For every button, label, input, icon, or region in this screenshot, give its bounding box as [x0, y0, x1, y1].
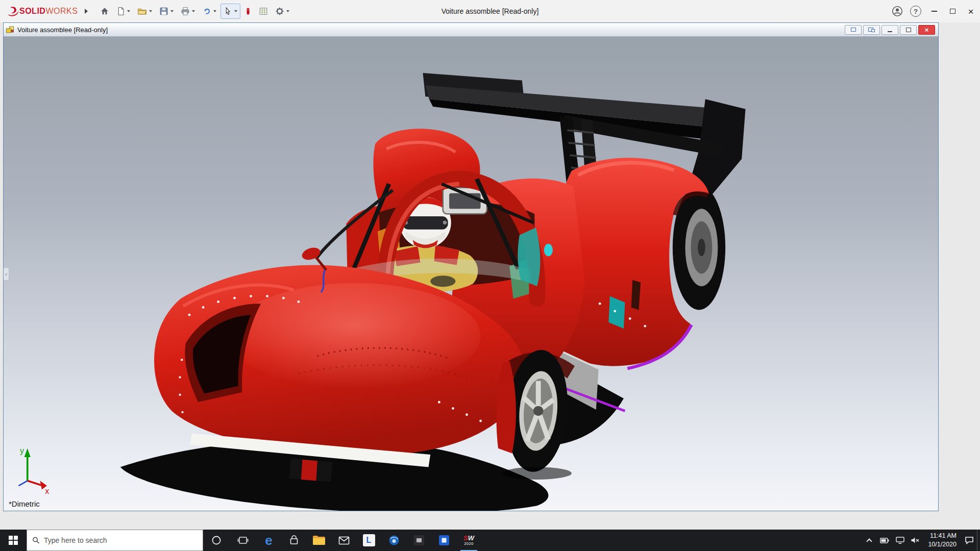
doc-close-button[interactable]: × — [918, 25, 935, 35]
taskbar-clock[interactable]: 11:41 AM 10/1/2020 — [923, 532, 962, 549]
document-window: Voiture assomblee [Read-only] × — [3, 22, 939, 511]
window-controls: ? × — [888, 0, 980, 22]
doc-restore-button[interactable] — [900, 25, 917, 35]
doc-float-window-button[interactable] — [845, 25, 862, 35]
dark-app-icon — [413, 535, 425, 546]
taskbar-app-solidworks[interactable]: SW 2020 — [456, 530, 481, 551]
brand-text-works: WORKS — [45, 7, 78, 16]
search-icon — [32, 536, 40, 544]
network-display-icon — [896, 537, 904, 544]
taskbar-app-file-explorer[interactable] — [306, 530, 331, 551]
solidworks-2020-icon: SW 2020 — [463, 535, 474, 546]
ds-logo-icon — [6, 6, 19, 16]
document-window-buttons: × — [845, 25, 935, 35]
design-table-button[interactable] — [256, 4, 271, 19]
print-button[interactable] — [178, 4, 198, 19]
system-tray: 11:41 AM 10/1/2020 — [862, 530, 980, 551]
taskbar-app-mail[interactable] — [331, 530, 356, 551]
show-desktop-button[interactable] — [977, 530, 980, 551]
tray-overflow-button[interactable] — [862, 530, 877, 551]
account-button[interactable] — [888, 0, 906, 22]
doc-minimize-icon — [888, 31, 892, 32]
front-wheel[interactable] — [497, 347, 575, 480]
folder-icon — [313, 536, 325, 545]
taskbar-app-blue[interactable] — [431, 530, 456, 551]
taskbar-app-composer[interactable] — [381, 530, 406, 551]
open-document-button[interactable] — [134, 4, 155, 19]
user-account-icon — [892, 6, 903, 17]
teal-windscreen-panel[interactable] — [518, 228, 540, 286]
taskbar-app-l[interactable]: L — [356, 530, 381, 551]
cortana-button[interactable] — [203, 530, 230, 551]
view-orientation-label: *Dimetric — [9, 499, 40, 508]
solidworks-brand: SOLIDWORKS — [6, 6, 88, 16]
start-button[interactable] — [0, 530, 27, 551]
quick-access-toolbar — [97, 4, 292, 19]
tile-windows-icon-2 — [871, 29, 875, 32]
assembly-document-icon — [6, 26, 14, 34]
save-icon — [159, 7, 168, 16]
splitter-post — [301, 460, 317, 481]
doc-minimize-button[interactable] — [881, 25, 898, 35]
store-bag-icon — [289, 535, 299, 545]
x-axis-label: x — [45, 487, 49, 495]
feature-tree-collapse-tab[interactable]: ‹ — [4, 267, 9, 281]
brand-flyout-arrow-icon[interactable] — [85, 9, 88, 14]
doc-tile-windows-button[interactable] — [863, 25, 880, 35]
orientation-triad: x y — [19, 446, 50, 495]
close-button[interactable]: × — [962, 0, 980, 22]
taskbar-app-dark[interactable] — [406, 530, 431, 551]
maximize-button[interactable] — [943, 0, 962, 22]
y-axis-label: y — [20, 446, 24, 455]
doc-close-icon: × — [925, 26, 929, 34]
tray-volume-button[interactable] — [908, 530, 923, 551]
cyan-marker — [544, 244, 553, 256]
graphics-viewport[interactable]: x y ‹ *Dimetric — [4, 37, 938, 511]
home-button[interactable] — [97, 4, 112, 19]
dropdown-caret-icon[interactable] — [286, 10, 289, 12]
save-button[interactable] — [156, 4, 177, 19]
tray-battery-button[interactable] — [877, 530, 892, 551]
taskbar-search[interactable] — [27, 530, 203, 551]
float-window-icon — [851, 28, 856, 32]
gear-icon — [275, 7, 284, 16]
collapse-arrow-icon: ‹ — [5, 271, 7, 277]
dropdown-caret-icon[interactable] — [127, 10, 130, 12]
search-input[interactable] — [44, 536, 198, 544]
task-view-icon — [237, 536, 249, 545]
action-center-icon — [965, 536, 974, 544]
dropdown-caret-icon[interactable] — [234, 10, 237, 12]
clock-date: 10/1/2020 — [928, 540, 957, 549]
tray-network-button[interactable] — [892, 530, 908, 551]
car-3d-model[interactable]: x y — [4, 37, 938, 511]
print-icon — [181, 7, 190, 16]
help-button[interactable]: ? — [906, 0, 925, 22]
speaker-muted-icon — [911, 537, 920, 544]
action-center-button[interactable] — [962, 530, 977, 551]
blue-app-icon — [438, 535, 450, 546]
dropdown-caret-icon[interactable] — [192, 10, 195, 12]
taskbar-app-store[interactable] — [281, 530, 306, 551]
taskbar-app-edge[interactable]: e — [256, 530, 281, 551]
home-icon — [100, 7, 109, 16]
undo-button[interactable] — [199, 4, 219, 19]
snapshot-button[interactable] — [241, 4, 255, 19]
l-app-icon: L — [363, 534, 375, 546]
options-button[interactable] — [272, 4, 292, 19]
undo-icon — [202, 7, 211, 16]
dropdown-caret-icon[interactable] — [213, 10, 216, 12]
open-folder-icon — [137, 7, 147, 16]
table-sheet-icon — [259, 7, 268, 16]
task-view-button[interactable] — [230, 530, 256, 551]
dropdown-caret-icon[interactable] — [149, 10, 152, 12]
document-titlebar[interactable]: Voiture assomblee [Read-only] × — [4, 23, 938, 37]
dropdown-caret-icon[interactable] — [170, 10, 174, 12]
minimize-button[interactable] — [925, 0, 943, 22]
brand-text-solid: SOLID — [19, 7, 45, 16]
mail-envelope-icon — [338, 536, 350, 545]
chevron-up-icon — [867, 538, 872, 544]
new-document-button[interactable] — [113, 4, 133, 19]
battery-icon — [880, 538, 889, 543]
select-tool-button[interactable] — [220, 4, 240, 19]
help-glyph: ? — [914, 8, 918, 15]
